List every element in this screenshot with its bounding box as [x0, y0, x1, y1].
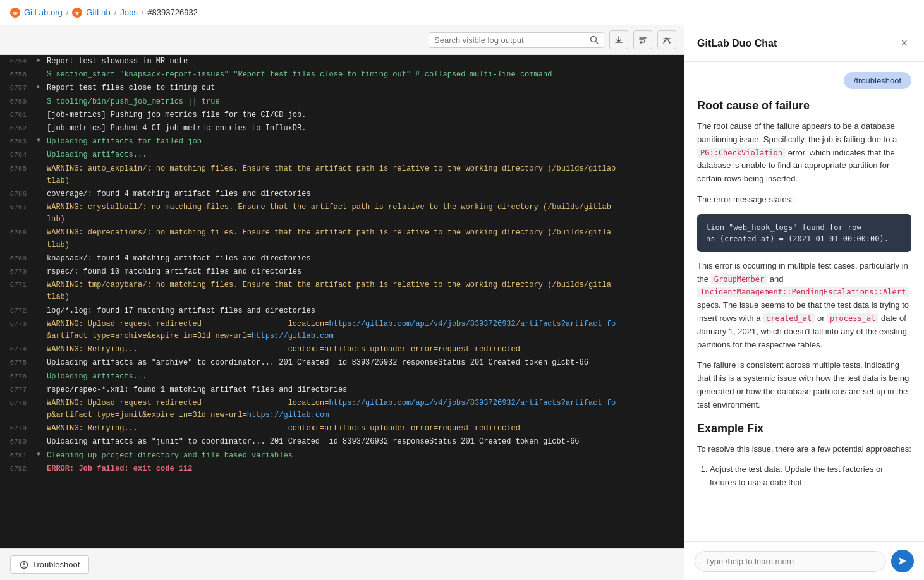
breadcrumb-sep1: / [66, 8, 69, 17]
root-cause-text: The root cause of the failure appears to… [697, 120, 911, 186]
log-line: 6760$ tooling/bin/push_job_metrics || tr… [0, 95, 684, 109]
line-content: WARNING: deprecations/: no matching file… [47, 227, 679, 251]
error-code-block: tion "web_hook_logs" found for row ns (c… [697, 214, 911, 252]
line-number: 6762 [5, 123, 37, 135]
chat-body[interactable]: /troubleshoot Root cause of failure The … [684, 62, 924, 541]
chat-send-button[interactable] [891, 550, 914, 572]
search-icon [590, 35, 599, 44]
root-cause-title: Root cause of failure [697, 99, 911, 112]
line-number: 6754 [5, 56, 37, 68]
chat-close-button[interactable]: × [897, 35, 911, 51]
line-toggle[interactable]: ▶ [37, 56, 47, 66]
line-number: 6779 [5, 423, 37, 435]
log-line: 6764Uploading artifacts... [0, 148, 684, 162]
line-content: Report test slowness in MR note [47, 56, 679, 68]
code-line-2: ns (created_at) = (2021-01-01 00:00:00). [706, 233, 903, 245]
search-box [429, 32, 604, 48]
main-layout: 6754▶Report test slowness in MR note6756… [0, 25, 924, 580]
line-toggle[interactable]: ▼ [37, 136, 47, 146]
line-toggle[interactable]: ▶ [37, 82, 47, 92]
log-line: 6770rspec/: found 10 matching artifact f… [0, 265, 684, 279]
line-content: Uploading artifacts... [47, 149, 679, 161]
log-link[interactable]: https://gitlab.com [247, 411, 329, 420]
breadcrumb-job-id: #8393726932 [147, 8, 198, 17]
log-panel: 6754▶Report test slowness in MR note6756… [0, 25, 684, 580]
line-content: Report test files close to timing out [47, 82, 679, 94]
line-number: 6767 [5, 202, 37, 214]
log-line: 6773WARNING: Upload request redirected l… [0, 318, 684, 343]
line-number: 6780 [5, 436, 37, 448]
log-line: 6774WARNING: Retrying... context=artifac… [0, 343, 684, 356]
wrap-lines-button[interactable] [633, 30, 652, 49]
line-content: WARNING: crystalball/: no matching files… [47, 202, 679, 226]
line-content: [job-metrics] Pushed 4 CI job metric ent… [47, 123, 679, 135]
scroll-to-top-button[interactable] [657, 30, 676, 49]
line-content: log/*.log: found 17 matching artifact fi… [47, 305, 679, 317]
log-line: 6754▶Report test slowness in MR note [0, 55, 684, 68]
systemic-text: The failure is consistent across multipl… [697, 359, 911, 411]
log-line: 6776Uploading artifacts... [0, 370, 684, 384]
line-number: 6764 [5, 149, 37, 161]
log-line: 6781▼Cleaning up project directory and f… [0, 449, 684, 462]
group-member-code: GroupMember [711, 274, 767, 284]
log-line: 6763▼Uploading artifacts for failed job [0, 135, 684, 148]
line-number: 6782 [5, 463, 37, 475]
line-content: Cleaning up project directory and file b… [47, 450, 679, 462]
log-toolbar [0, 25, 684, 55]
search-input[interactable] [434, 35, 586, 45]
line-number: 6765 [5, 163, 37, 175]
line-content: WARNING: Upload request redirected locat… [47, 318, 679, 342]
line-content: $ tooling/bin/push_job_metrics || true [47, 96, 679, 108]
line-number: 6775 [5, 357, 37, 369]
breadcrumb-jobs-link[interactable]: Jobs [120, 8, 137, 17]
process-at-code: process_at [827, 313, 878, 323]
svg-point-5 [23, 566, 24, 567]
line-content: WARNING: Retrying... context=artifacts-u… [47, 344, 679, 356]
line-content: WARNING: tmp/capybara/: no matching file… [47, 279, 679, 303]
log-content[interactable]: 6754▶Report test slowness in MR note6756… [0, 55, 684, 548]
log-link[interactable]: https://gitlab.com/api/v4/jobs/839372693… [329, 320, 616, 329]
line-content: Uploading artifacts as "junit" to coordi… [47, 436, 679, 448]
line-number: 6776 [5, 371, 37, 383]
line-number: 6761 [5, 109, 37, 121]
line-content: knapsack/: found 4 matching artifact fil… [47, 253, 679, 265]
example-fix-intro: To resolve this issue, there are a few p… [697, 443, 911, 456]
bottom-bar: Troubleshoot [0, 548, 684, 580]
breadcrumb-bar: GitLab.org / GitLab / Jobs / #8393726932 [0, 0, 924, 25]
log-line: 6771WARNING: tmp/capybara/: no matching … [0, 279, 684, 304]
log-link[interactable]: https://gitlab.com [252, 332, 334, 341]
fix-list: Adjust the test data: Update the test fa… [697, 463, 911, 490]
breadcrumb-org-link[interactable]: GitLab.org [24, 8, 63, 17]
log-line: 6762[job-metrics] Pushed 4 CI job metric… [0, 122, 684, 135]
line-toggle[interactable]: ▼ [37, 450, 47, 460]
troubleshoot-button[interactable]: Troubleshoot [10, 555, 89, 574]
line-content: WARNING: Upload request redirected locat… [47, 397, 679, 421]
chat-input[interactable] [695, 551, 886, 572]
log-link[interactable]: https://gitlab.com/api/v4/jobs/839372693… [329, 399, 616, 408]
log-line: 6766coverage/: found 4 matching artifact… [0, 188, 684, 201]
line-number: 6771 [5, 279, 37, 291]
log-line: 6757▶Report test files close to timing o… [0, 82, 684, 95]
command-bubble: /troubleshoot [697, 72, 911, 89]
breadcrumb-project-link[interactable]: GitLab [86, 8, 110, 17]
line-content: rspec/rspec-*.xml: found 1 matching arti… [47, 384, 679, 396]
fix-item-1: Adjust the test data: Update the test fa… [710, 463, 911, 490]
line-content: WARNING: auto_explain/: no matching file… [47, 163, 679, 187]
line-content: coverage/: found 4 matching artifact fil… [47, 188, 679, 200]
error-message-label: The error message states: [697, 193, 911, 207]
log-line: 6767WARNING: crystalball/: no matching f… [0, 201, 684, 226]
line-content: Uploading artifacts as "archive" to coor… [47, 357, 679, 369]
pg-check-violation-code: PG::CheckViolation [697, 148, 786, 158]
error-context-text: This error is occurring in multiple test… [697, 260, 911, 352]
line-number: 6772 [5, 305, 37, 317]
download-log-button[interactable] [609, 30, 628, 49]
line-content: WARNING: Retrying... context=artifacts-u… [47, 423, 679, 435]
line-number: 6770 [5, 266, 37, 278]
svg-line-3 [596, 42, 599, 44]
log-line: 6782ERROR: Job failed: exit code 112 [0, 462, 684, 476]
line-content: Uploading artifacts for failed job [47, 136, 679, 148]
incident-management-code: IncidentManagement::PendingEscalations::… [697, 287, 909, 297]
line-number: 6757 [5, 82, 37, 94]
log-line: 6777rspec/rspec-*.xml: found 1 matching … [0, 384, 684, 397]
line-content: [job-metrics] Pushing job metrics file f… [47, 109, 679, 121]
